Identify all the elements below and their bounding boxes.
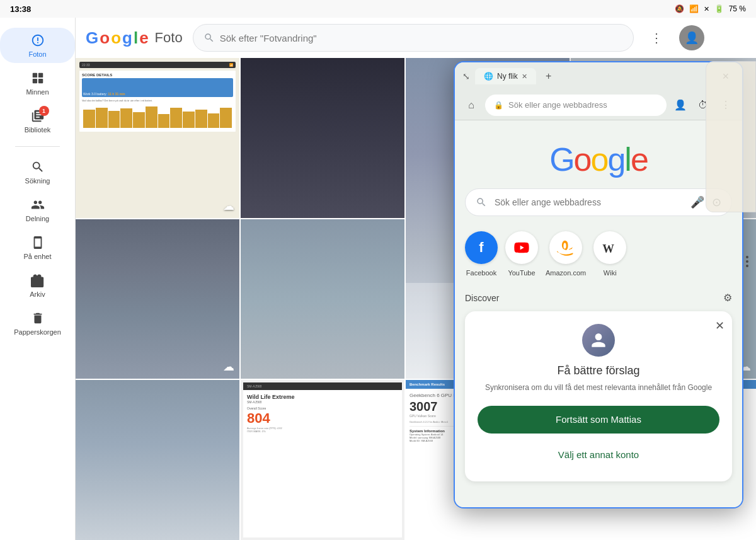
photo-snow-city[interactable] [76, 380, 239, 540]
sidebar-item-pa-enhet[interactable]: På enhet [0, 230, 75, 265]
new-tab-button[interactable]: + [540, 67, 558, 85]
quick-link-amazon[interactable]: Amazon.com [546, 231, 586, 277]
app-title: Foto [155, 30, 183, 46]
app-container: Foton Minnen 1 Bibliotek Sökning [0, 18, 756, 540]
sidebar-item-papperskorgen[interactable]: Papperskorgen [0, 306, 75, 341]
sidebar-item-foton[interactable]: Foton [0, 28, 75, 63]
lens-search-button[interactable]: ⊙ [712, 195, 721, 209]
wifi-icon: 📶 [689, 4, 699, 13]
browser-body: Google 🎤 ⊙ [455, 120, 742, 507]
cloud-sync-icon: ☁ [223, 199, 234, 213]
main-content: Google Foto ⋮ 👤 22:33 📶 [76, 18, 756, 540]
sidebar-label-foton: Foton [28, 50, 46, 58]
sidebar-label-pa-enhet: På enhet [23, 253, 51, 260]
sidebar-divider [15, 146, 60, 147]
photo-dock-water[interactable]: ☁ [76, 219, 239, 379]
sidebar-label-sokning: Sökning [25, 177, 50, 185]
svg-rect-0 [32, 73, 37, 78]
more-options-button[interactable]: ⋮ [644, 25, 669, 50]
quick-links: f Facebook YouTube [465, 231, 732, 277]
photo-battery-screenshot[interactable]: 22:33 📶 SCORE DETAILS Work 3.0 battery: … [76, 58, 239, 218]
library-icon: 1 [30, 108, 45, 124]
tab-globe-icon: 🌐 [484, 72, 493, 81]
lock-icon: 🔒 [494, 101, 503, 110]
address-text: Sök eller ange webbadress [508, 100, 607, 110]
home-button[interactable]: ⌂ [462, 96, 480, 114]
wikipedia-label: Wiki [604, 269, 617, 277]
quick-link-youtube[interactable]: YouTube [505, 231, 538, 277]
trash-icon [30, 311, 45, 326]
sidebar-label-arkiv: Arkiv [30, 290, 45, 298]
sidebar-item-minnen[interactable]: Minnen [0, 66, 75, 101]
search-icon-header [203, 32, 215, 43]
expand-button[interactable]: ⤡ [462, 71, 470, 81]
svg-rect-1 [38, 73, 42, 78]
photo-building[interactable] [241, 219, 404, 379]
app-logo: Google Foto [86, 28, 183, 48]
signin-secondary-button[interactable]: Välj ett annat konto [478, 441, 719, 469]
memories-icon [30, 71, 45, 86]
browser-close-button[interactable]: ✕ [717, 67, 735, 85]
sharing-icon [30, 197, 45, 212]
photo-benchmark[interactable]: SM-AJ568 Wild Life Extreme SM-AJ568 Over… [241, 380, 404, 540]
browser-search-input[interactable] [495, 197, 683, 207]
tab-area: 🌐 Ny flik ✕ + [475, 67, 712, 85]
bell-muted-icon: 🔕 [675, 4, 684, 13]
svg-text:W: W [603, 242, 615, 255]
sidebar-item-bibliotek[interactable]: 1 Bibliotek [0, 103, 75, 139]
youtube-icon [505, 231, 538, 264]
archive-icon [30, 273, 45, 288]
browser-tab-new[interactable]: 🌐 Ny flik ✕ [475, 68, 536, 84]
signin-card-close-button[interactable]: ✕ [715, 319, 724, 333]
facebook-icon: f [465, 231, 498, 264]
tab-label: Ny flik [497, 72, 518, 81]
quick-link-wikipedia[interactable]: W Wiki [593, 231, 626, 277]
wikipedia-icon: W [593, 231, 626, 264]
browser-search-icon [476, 197, 487, 208]
amazon-icon [549, 231, 582, 264]
signal-icon: ✕ [704, 5, 709, 13]
signin-card: ✕ Få bättre förslag Synkronisera om du v… [465, 311, 732, 481]
search-icon [30, 159, 45, 175]
browser-addressbar: ⌂ 🔒 Sök eller ange webbadress 👤 ⏱ ⋮ [455, 90, 742, 120]
voice-search-button[interactable]: 🎤 [690, 195, 704, 209]
browser-window[interactable]: ⤡ 🌐 Ny flik ✕ + ✕ ⌂ [454, 61, 743, 508]
device-icon [30, 235, 45, 250]
browser-titlebar: ⤡ 🌐 Ny flik ✕ + ✕ [455, 62, 742, 90]
sidebar-item-sokning[interactable]: Sökning [0, 154, 75, 190]
discover-header: Discover ⚙ [465, 292, 732, 304]
account-button[interactable]: 👤 [672, 96, 689, 114]
photo-dark-clothes[interactable] [241, 58, 404, 218]
battery-icon: 🔋 [714, 4, 724, 13]
sidebar-label-delning: Delning [26, 215, 49, 222]
address-input[interactable]: 🔒 Sök eller ange webbadress [485, 95, 667, 116]
svg-rect-2 [32, 79, 37, 83]
quick-link-facebook[interactable]: f Facebook [465, 231, 498, 277]
sidebar-label-bibliotek: Bibliotek [25, 126, 51, 134]
svg-rect-3 [38, 79, 42, 83]
browser-more-button[interactable]: ⋮ [717, 96, 735, 114]
discover-settings-button[interactable]: ⚙ [723, 292, 732, 304]
browser-search-box[interactable]: 🎤 ⊙ [465, 188, 732, 216]
tab-close-button[interactable]: ✕ [522, 72, 527, 81]
user-avatar[interactable]: 👤 [679, 25, 704, 50]
history-button[interactable]: ⏱ [694, 96, 712, 114]
search-input[interactable] [220, 33, 623, 43]
youtube-label: YouTube [508, 269, 535, 277]
photos-icon [30, 33, 45, 48]
sidebar-item-delning[interactable]: Delning [0, 192, 75, 227]
signin-title: Få bättre förslag [478, 364, 719, 377]
battery-percentage: 75 % [729, 4, 746, 13]
photos-area: 22:33 📶 SCORE DETAILS Work 3.0 battery: … [76, 58, 756, 540]
header: Google Foto ⋮ 👤 [76, 18, 756, 58]
library-badge: 1 [39, 106, 49, 116]
status-icons: 🔕 📶 ✕ 🔋 75 % [675, 4, 746, 13]
status-bar: 13:38 🔕 📶 ✕ 🔋 75 % [0, 0, 756, 18]
facebook-label: Facebook [466, 269, 496, 277]
sidebar: Foton Minnen 1 Bibliotek Sökning [0, 18, 76, 540]
signin-primary-button[interactable]: Fortsätt som Mattias [478, 406, 719, 434]
sidebar-item-arkiv[interactable]: Arkiv [0, 268, 75, 303]
amazon-label: Amazon.com [546, 269, 586, 277]
discover-title: Discover [465, 293, 499, 303]
search-bar[interactable] [193, 24, 634, 52]
